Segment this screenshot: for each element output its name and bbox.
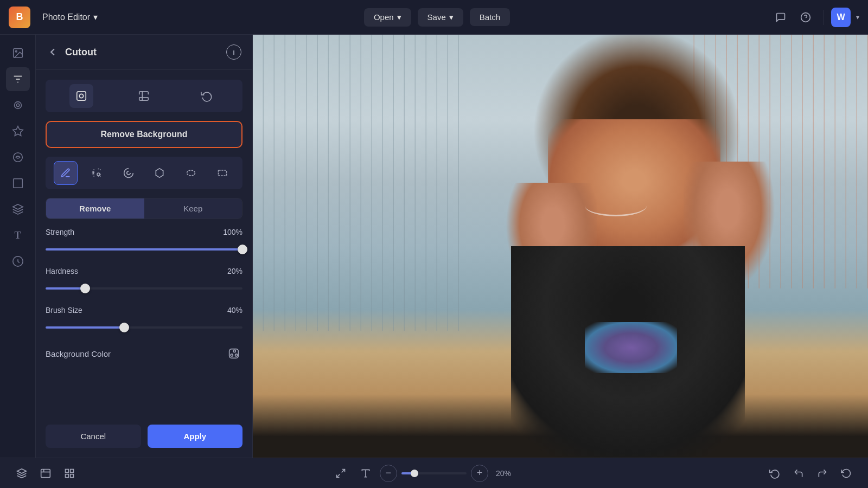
brush-size-fill bbox=[46, 326, 124, 329]
panel-header: Cutout i bbox=[36, 35, 252, 70]
history-icon-button[interactable] bbox=[35, 463, 56, 484]
zoom-control: − + 20% bbox=[380, 465, 514, 482]
history-undo-button[interactable] bbox=[835, 463, 857, 484]
open-label: Open bbox=[374, 12, 394, 22]
main-area: T Cutout i bbox=[0, 35, 868, 458]
tool-mode-refine[interactable] bbox=[132, 84, 156, 108]
svg-rect-13 bbox=[77, 92, 86, 101]
brush-size-value: 40% bbox=[227, 306, 242, 314]
bottom-left bbox=[11, 463, 80, 484]
sidebar-item-enhance[interactable] bbox=[6, 119, 30, 143]
svg-rect-27 bbox=[71, 469, 74, 472]
user-avatar[interactable]: W bbox=[831, 8, 851, 27]
brush-tool-magic[interactable] bbox=[85, 161, 109, 185]
brush-size-label: Brush Size bbox=[46, 306, 82, 314]
svg-rect-11 bbox=[13, 179, 22, 188]
svg-point-8 bbox=[14, 102, 21, 109]
open-button[interactable]: Open ▾ bbox=[364, 8, 411, 27]
sidebar-item-layers[interactable] bbox=[6, 197, 30, 221]
icon-sidebar: T bbox=[0, 35, 36, 458]
topbar: B Photo Editor ▾ Open ▾ Save ▾ Batch W ▾ bbox=[0, 0, 868, 35]
tool-mode-reset[interactable] bbox=[195, 84, 219, 108]
sidebar-item-retouch[interactable] bbox=[6, 145, 30, 169]
hardness-slider-section: Hardness 20% bbox=[46, 267, 242, 297]
svg-point-10 bbox=[13, 153, 22, 162]
svg-point-14 bbox=[79, 94, 83, 98]
hardness-label: Hardness bbox=[46, 267, 78, 275]
topbar-center: Open ▾ Save ▾ Batch bbox=[110, 8, 764, 27]
layers-icon-button[interactable] bbox=[11, 463, 33, 484]
chat-icon-button[interactable] bbox=[771, 8, 790, 27]
panel-info-button[interactable]: i bbox=[226, 44, 241, 60]
svg-point-19 bbox=[233, 350, 235, 352]
brush-size-track bbox=[46, 326, 242, 329]
brush-size-slider-section: Brush Size 40% bbox=[46, 306, 242, 336]
sidebar-item-crop[interactable] bbox=[6, 171, 30, 195]
refresh-icon-button[interactable] bbox=[764, 463, 786, 484]
svg-point-15 bbox=[97, 173, 100, 176]
fit-width-button[interactable] bbox=[355, 463, 376, 484]
back-button[interactable] bbox=[47, 46, 59, 58]
brush-tools-row bbox=[46, 157, 242, 189]
strength-thumb[interactable] bbox=[238, 245, 247, 254]
zoom-thumb[interactable] bbox=[411, 470, 418, 477]
batch-button[interactable]: Batch bbox=[470, 8, 510, 26]
apply-button[interactable]: Apply bbox=[148, 425, 243, 448]
grid-icon-button[interactable] bbox=[59, 463, 80, 484]
brush-tool-polygon[interactable] bbox=[148, 161, 171, 185]
brush-size-thumb[interactable] bbox=[119, 323, 129, 332]
hardness-thumb[interactable] bbox=[80, 284, 90, 293]
svg-line-31 bbox=[337, 474, 340, 477]
zoom-value: 20% bbox=[493, 469, 514, 478]
app-title-label: Photo Editor bbox=[42, 12, 90, 22]
svg-rect-23 bbox=[41, 469, 50, 477]
bottom-center: − + 20% bbox=[80, 463, 764, 484]
hardness-fill bbox=[46, 287, 85, 290]
remove-keep-toggle: Remove Keep bbox=[46, 198, 242, 219]
color-picker-button[interactable] bbox=[225, 345, 242, 362]
brush-size-header: Brush Size 40% bbox=[46, 306, 242, 314]
panel: Cutout i Remove Background bbox=[36, 35, 253, 458]
tshirt-design bbox=[585, 322, 677, 373]
help-icon-button[interactable] bbox=[796, 8, 815, 27]
brush-tool-lasso[interactable] bbox=[117, 161, 141, 185]
zoom-out-button[interactable]: − bbox=[380, 465, 397, 482]
sidebar-item-effects[interactable] bbox=[6, 93, 30, 117]
strength-value: 100% bbox=[223, 228, 242, 236]
cancel-button[interactable]: Cancel bbox=[46, 425, 141, 448]
bottom-bar: − + 20% bbox=[0, 458, 868, 488]
strength-track bbox=[46, 248, 242, 251]
svg-point-17 bbox=[187, 170, 195, 176]
sidebar-item-image[interactable] bbox=[6, 41, 30, 65]
brush-tool-ellipse[interactable] bbox=[179, 161, 203, 185]
brush-tool-rect[interactable] bbox=[210, 161, 234, 185]
canvas-area[interactable] bbox=[253, 35, 868, 458]
photo-canvas bbox=[253, 35, 868, 458]
hardness-track bbox=[46, 287, 242, 290]
sidebar-item-stickers[interactable] bbox=[6, 249, 30, 273]
bg-color-row: Background Color bbox=[46, 345, 242, 362]
svg-marker-12 bbox=[12, 204, 22, 209]
remove-mode-button[interactable]: Remove bbox=[46, 198, 144, 219]
tool-mode-cutout[interactable] bbox=[69, 84, 93, 108]
undo-button[interactable] bbox=[788, 463, 809, 484]
sidebar-item-filters[interactable] bbox=[6, 67, 30, 91]
remove-background-button[interactable]: Remove Background bbox=[46, 121, 242, 148]
zoom-in-button[interactable]: + bbox=[471, 465, 488, 482]
app-title-button[interactable]: Photo Editor ▾ bbox=[37, 9, 103, 25]
svg-point-21 bbox=[235, 354, 238, 356]
fit-screen-button[interactable] bbox=[330, 463, 352, 484]
save-button[interactable]: Save ▾ bbox=[418, 8, 463, 27]
brush-tool-pen[interactable] bbox=[54, 161, 78, 185]
svg-rect-26 bbox=[66, 469, 69, 472]
svg-marker-16 bbox=[156, 169, 163, 178]
zoom-track[interactable] bbox=[401, 472, 467, 474]
sidebar-item-text[interactable]: T bbox=[6, 223, 30, 247]
open-chevron: ▾ bbox=[397, 12, 401, 22]
keep-mode-button[interactable]: Keep bbox=[144, 198, 242, 219]
topbar-right: W ▾ bbox=[771, 8, 859, 27]
hardness-header: Hardness 20% bbox=[46, 267, 242, 275]
redo-button[interactable] bbox=[812, 463, 833, 484]
fence-left bbox=[253, 35, 468, 331]
user-chevron: ▾ bbox=[856, 14, 859, 21]
